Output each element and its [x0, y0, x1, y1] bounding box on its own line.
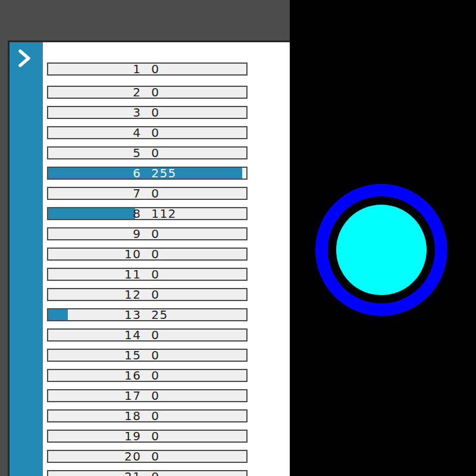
channel-bar-row[interactable]: 1325 — [47, 308, 248, 321]
sidebar-expand-button[interactable] — [16, 49, 33, 67]
channel-value: 0 — [151, 187, 159, 199]
channel-bar-row[interactable]: 170 — [47, 389, 248, 402]
channel-number: 19 — [124, 430, 141, 442]
channel-bar-row[interactable]: 20 — [47, 86, 248, 99]
channel-bar-row[interactable]: 6255 — [47, 167, 248, 180]
channel-value: 0 — [151, 228, 159, 240]
sensor-display-area — [290, 0, 476, 476]
channel-bar-row[interactable]: 110 — [47, 268, 248, 281]
channel-number: 14 — [124, 329, 141, 341]
channel-number: 21 — [124, 471, 141, 476]
channel-number: 13 — [124, 309, 141, 321]
channel-number: 8 — [133, 208, 141, 220]
channel-fill-bar — [48, 309, 68, 320]
channel-number: 16 — [124, 369, 141, 381]
channel-bar-row[interactable]: 180 — [47, 409, 248, 422]
channel-number: 6 — [133, 167, 141, 179]
channel-number: 11 — [124, 268, 141, 280]
channel-value: 0 — [151, 430, 159, 442]
channel-number: 1 — [133, 63, 141, 75]
channel-value: 0 — [151, 410, 159, 422]
channel-bar-row[interactable]: 120 — [47, 288, 248, 301]
sensor-indicator-outer-ring — [315, 184, 447, 316]
channel-bar-row[interactable]: 30 — [47, 106, 248, 119]
channel-number: 18 — [124, 410, 141, 422]
channel-number: 17 — [124, 390, 141, 402]
channel-value: 0 — [151, 450, 159, 462]
channel-number: 5 — [133, 147, 141, 159]
channel-bar-row[interactable]: 40 — [47, 126, 248, 139]
channel-bar-row[interactable]: 160 — [47, 369, 248, 382]
channel-number: 12 — [124, 289, 141, 300]
channel-number: 2 — [133, 86, 141, 98]
channel-bar-row[interactable]: 100 — [47, 248, 248, 261]
channel-bar-row[interactable]: 200 — [47, 450, 248, 463]
channel-fill-bar — [48, 208, 135, 219]
channel-value: 0 — [151, 471, 159, 476]
channel-bar-row[interactable]: 140 — [47, 328, 248, 342]
channel-value: 0 — [151, 329, 159, 341]
channel-number: 9 — [133, 228, 141, 240]
channel-rows: 1020304050625570811290100110120132514015… — [47, 62, 248, 476]
channel-value: 0 — [151, 107, 159, 118]
channel-bar-row[interactable]: 70 — [47, 187, 248, 200]
channel-bar-row[interactable]: 210 — [47, 470, 248, 476]
channel-value: 0 — [151, 127, 159, 139]
channel-value: 255 — [151, 167, 177, 179]
channel-bar-row[interactable]: 150 — [47, 349, 248, 362]
sidebar — [10, 42, 43, 476]
title-bar — [0, 0, 290, 40]
sensor-indicator-black-ring — [328, 196, 435, 303]
channel-value: 0 — [151, 147, 159, 159]
channel-bar-row[interactable]: 50 — [47, 146, 248, 159]
channel-number: 3 — [133, 107, 141, 118]
channel-value: 0 — [151, 369, 159, 381]
channel-value: 0 — [151, 390, 159, 402]
channel-value: 0 — [151, 289, 159, 300]
channel-number: 15 — [124, 349, 141, 361]
channel-fill-bar — [48, 168, 242, 178]
channel-bar-row[interactable]: 190 — [47, 430, 248, 443]
channel-number: 7 — [133, 187, 141, 199]
channel-value: 0 — [151, 349, 159, 361]
channel-value: 0 — [151, 268, 159, 280]
channel-bar-row[interactable]: 8112 — [47, 207, 248, 220]
chevron-right-icon — [16, 49, 33, 67]
channel-bar-row[interactable]: 10 — [47, 62, 248, 76]
channel-value: 112 — [151, 208, 177, 220]
channel-number: 4 — [133, 127, 141, 139]
channel-number: 20 — [124, 450, 141, 462]
channel-value: 25 — [151, 309, 168, 321]
channel-number: 10 — [124, 248, 141, 260]
channel-bar-row[interactable]: 90 — [47, 227, 248, 240]
channel-value: 0 — [151, 63, 159, 75]
sensor-indicator-core — [336, 205, 427, 295]
channel-value: 0 — [151, 86, 159, 98]
window-left-edge — [0, 40, 8, 476]
channel-value: 0 — [151, 248, 159, 260]
